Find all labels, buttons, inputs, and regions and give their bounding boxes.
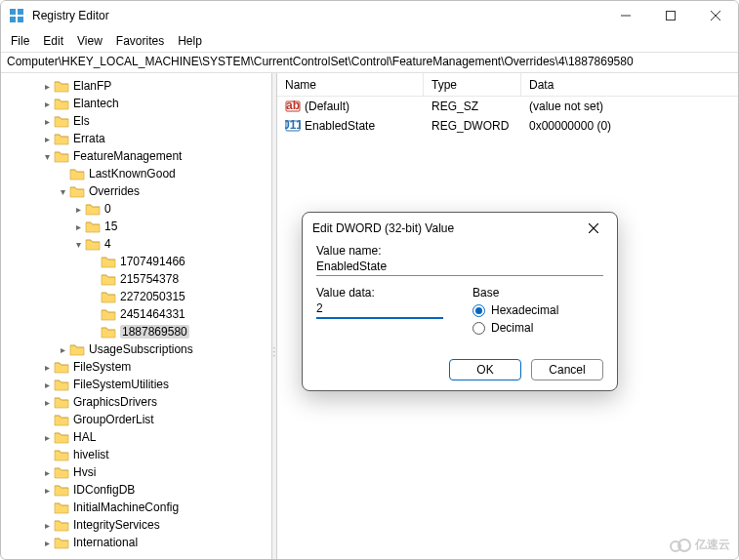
twisty-icon[interactable]: ▸ — [40, 397, 54, 408]
twisty-icon[interactable]: ▸ — [40, 116, 54, 127]
column-data[interactable]: Data — [521, 73, 738, 96]
tree-label: Errata — [73, 132, 105, 145]
twisty-icon[interactable]: ▸ — [40, 520, 54, 531]
tree-label: hivelist — [73, 448, 109, 461]
tree-label: Elantech — [73, 97, 119, 110]
tree-node[interactable]: LastKnownGood — [1, 165, 271, 182]
twisty-icon[interactable]: ▾ — [56, 186, 69, 197]
tree-label: 1707491466 — [120, 255, 185, 268]
close-button[interactable] — [693, 1, 738, 30]
tree-pane[interactable]: ▸ElanFP▸Elantech▸Els▸Errata▾FeatureManag… — [1, 73, 272, 559]
tree-node[interactable]: 1707491466 — [1, 253, 271, 270]
radio-decimal[interactable]: Decimal — [472, 321, 603, 335]
twisty-icon[interactable]: ▸ — [40, 538, 54, 548]
twisty-icon[interactable]: ▸ — [40, 467, 54, 478]
splitter-grip-icon: ··· — [273, 346, 276, 358]
twisty-icon[interactable]: ▾ — [71, 239, 85, 250]
value-name: EnabledState — [305, 119, 375, 133]
window-controls — [603, 1, 738, 30]
twisty-icon[interactable]: ▸ — [71, 204, 85, 215]
tree-label: 215754378 — [120, 272, 179, 286]
maximize-button[interactable] — [648, 1, 693, 30]
column-name[interactable]: Name — [277, 73, 424, 96]
tree-node[interactable]: ▸HAL — [1, 428, 271, 446]
watermark: 亿速云 — [670, 537, 730, 553]
tree-node[interactable]: ▾Overrides — [1, 182, 271, 200]
tree-node[interactable]: ▸Hvsi — [1, 463, 271, 481]
tree-label: 0 — [104, 202, 111, 216]
radio-hex-label: Hexadecimal — [491, 303, 558, 317]
tree-node[interactable]: ▸FileSystem — [1, 358, 271, 376]
value-data: (value not set) — [521, 100, 738, 113]
tree-label: UsageSubscriptions — [89, 342, 193, 356]
tree-node[interactable]: ▸International — [1, 534, 271, 551]
twisty-icon[interactable]: ▸ — [40, 432, 54, 443]
menu-file[interactable]: File — [11, 34, 29, 48]
titlebar: Registry Editor — [1, 1, 738, 30]
tree-node[interactable]: ▸ElanFP — [1, 77, 271, 95]
tree-node[interactable]: ▸Els — [1, 112, 271, 130]
menu-help[interactable]: Help — [178, 34, 202, 48]
tree-node[interactable]: ▸Elantech — [1, 95, 271, 112]
twisty-icon[interactable]: ▸ — [40, 485, 54, 496]
tree-node[interactable]: ▸0 — [1, 200, 271, 218]
tree-node[interactable]: InitialMachineConfig — [1, 499, 271, 516]
tree-node[interactable]: 215754378 — [1, 270, 271, 288]
tree-label: Els — [73, 114, 90, 128]
tree-label: FeatureManagement — [73, 149, 182, 163]
value-type: REG_DWORD — [424, 119, 521, 133]
tree-node[interactable]: 1887869580 — [1, 323, 271, 340]
dialog-title: Edit DWORD (32-bit) Value — [312, 221, 580, 235]
tree-node[interactable]: 2272050315 — [1, 288, 271, 305]
tree-node[interactable]: ▸FileSystemUtilities — [1, 376, 271, 393]
twisty-icon[interactable]: ▾ — [40, 151, 54, 162]
tree-label: IntegrityServices — [73, 518, 160, 532]
tree-node[interactable]: 2451464331 — [1, 305, 271, 323]
twisty-icon[interactable]: ▸ — [40, 380, 54, 390]
twisty-icon[interactable]: ▸ — [71, 221, 85, 232]
minimize-button[interactable] — [603, 1, 648, 30]
tree-label: 4 — [104, 237, 111, 251]
tree-node[interactable]: ▸IDConfigDB — [1, 481, 271, 499]
tree-node[interactable]: ▸Errata — [1, 130, 271, 147]
tree-node[interactable]: ▾FeatureManagement — [1, 147, 271, 165]
svg-rect-5 — [667, 12, 676, 20]
address-bar[interactable]: Computer\HKEY_LOCAL_MACHINE\SYSTEM\Curre… — [1, 52, 738, 73]
tree-node[interactable]: ▸UsageSubscriptions — [1, 340, 271, 358]
menubar: File Edit View Favorites Help — [1, 30, 738, 52]
value-data-field[interactable] — [316, 300, 443, 319]
dialog-close-button[interactable] — [580, 220, 607, 236]
tree-label: FileSystemUtilities — [73, 378, 169, 391]
radio-hexadecimal[interactable]: Hexadecimal — [472, 303, 603, 317]
menu-edit[interactable]: Edit — [43, 34, 63, 48]
twisty-icon[interactable]: ▸ — [40, 99, 54, 109]
tree-label: GroupOrderList — [73, 413, 154, 426]
tree-node[interactable]: ▸GraphicsDrivers — [1, 393, 271, 411]
svg-rect-0 — [10, 9, 16, 15]
column-type[interactable]: Type — [424, 73, 521, 96]
tree-node[interactable]: hivelist — [1, 446, 271, 463]
tree-node[interactable]: ▸IntegrityServices — [1, 516, 271, 534]
list-row[interactable]: 011EnabledStateREG_DWORD0x00000000 (0) — [277, 116, 738, 136]
value-type: REG_SZ — [424, 100, 521, 113]
twisty-icon[interactable]: ▸ — [40, 81, 54, 92]
svg-text:ab: ab — [286, 99, 300, 112]
tree-label: GraphicsDrivers — [73, 395, 157, 409]
twisty-icon[interactable]: ▸ — [40, 362, 54, 373]
tree-node[interactable]: ▾4 — [1, 235, 271, 253]
dialog-titlebar: Edit DWORD (32-bit) Value — [303, 213, 617, 244]
tree-label: Hvsi — [73, 465, 96, 479]
svg-text:011: 011 — [285, 118, 301, 132]
cancel-button[interactable]: Cancel — [531, 359, 603, 380]
tree-node[interactable]: GroupOrderList — [1, 411, 271, 428]
svg-rect-3 — [18, 17, 23, 22]
tree-label: ElanFP — [73, 79, 111, 93]
twisty-icon[interactable]: ▸ — [40, 134, 54, 144]
menu-view[interactable]: View — [77, 34, 103, 48]
value-name-field[interactable] — [316, 258, 603, 276]
tree-node[interactable]: ▸15 — [1, 218, 271, 235]
list-row[interactable]: ab(Default)REG_SZ(value not set) — [277, 97, 738, 116]
menu-favorites[interactable]: Favorites — [116, 34, 164, 48]
ok-button[interactable]: OK — [449, 359, 521, 380]
twisty-icon[interactable]: ▸ — [56, 344, 69, 355]
